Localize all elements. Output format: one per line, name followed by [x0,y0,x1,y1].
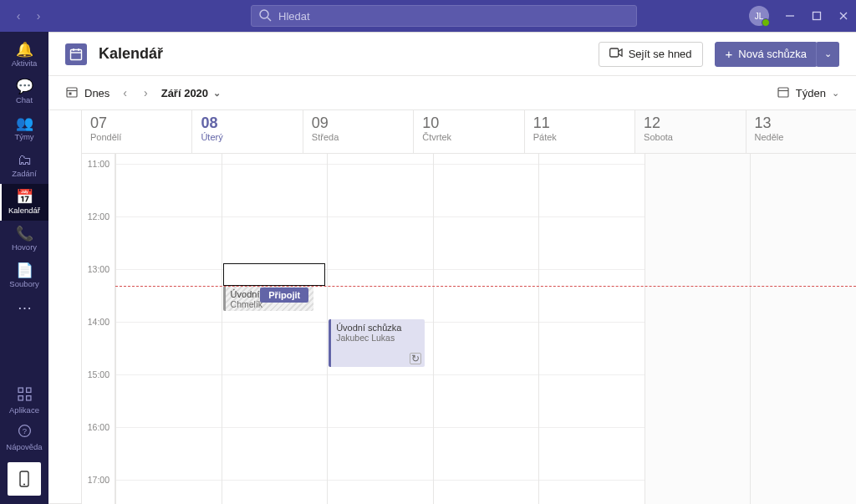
search-icon [258,8,272,24]
days-container: Úvodní ChmelíkPřipojitÚvodní schůzka Jak… [115,154,856,504]
window-maximize-icon[interactable] [811,10,823,22]
event-organizer: Jakubec Lukas [336,333,420,343]
bell-icon: 🔔 [16,43,33,57]
day-column[interactable] [433,154,539,504]
rail-label: Aplikace [9,405,39,415]
svg-point-0 [260,10,268,18]
day-name: Sobota [644,132,736,142]
next-week-button[interactable]: › [142,86,150,99]
new-meeting-button[interactable]: + Nová schůzka [715,42,818,67]
avatar[interactable]: JL [749,6,769,26]
day-header[interactable]: 10 Čtvrtek [413,110,523,153]
help-icon: ? [18,424,32,440]
window-close-icon[interactable] [838,10,849,22]
day-number: 11 [533,115,626,132]
day-number: 07 [90,115,183,132]
view-switcher[interactable]: Týden ⌄ [777,85,839,101]
svg-rect-14 [71,49,82,59]
rail-item-apps[interactable]: Aplikace [0,382,48,419]
day-column[interactable]: Úvodní schůzka Jakubec Lukas↻ [327,154,433,504]
teams-icon: 👥 [16,116,33,130]
rail-item-assignments[interactable]: 🗂 Zadání [0,147,48,184]
day-header[interactable]: 12 Sobota [634,110,745,153]
rail-label: Zadání [12,169,37,178]
today-label: Dnes [84,87,110,99]
rail-item-teams[interactable]: 👥 Týmy [0,110,48,147]
rail-label: Týmy [14,132,33,141]
svg-rect-6 [18,388,23,392]
new-meeting-dropdown[interactable]: ⌄ [816,42,839,67]
day-column[interactable]: Úvodní ChmelíkPřipojit [222,154,328,504]
rail-item-chat[interactable]: 💬 Chat [0,74,48,110]
time-gutter: 11:0012:0013:0014:0015:0016:0017:00 [82,154,115,504]
day-column[interactable] [645,154,751,504]
day-name: Pátek [533,132,626,142]
rail-item-help[interactable]: ? Nápověda [0,419,48,456]
day-column[interactable] [538,154,645,504]
history-forward-icon[interactable]: › [32,9,45,23]
time-label: 13:00 [88,264,110,274]
camera-icon [609,48,623,60]
rail-label: Kalendář [8,206,40,215]
rail-item-calls[interactable]: 📞 Hovory [0,221,48,257]
rail-more[interactable]: ⋯ [18,294,32,321]
assignments-icon: 🗂 [18,153,32,167]
day-number: 08 [201,115,293,132]
svg-rect-3 [813,13,821,20]
page-title: Kalendář [99,45,163,63]
day-number: 12 [644,115,736,132]
files-icon: 📄 [16,263,33,277]
plus-icon: + [726,48,733,60]
today-button[interactable]: Dnes [65,85,110,101]
day-column[interactable] [115,154,222,504]
day-name: Středa [312,132,405,142]
day-header[interactable]: 09 Středa [303,110,413,153]
event-title: Úvodní schůzka [336,323,420,333]
meet-now-button[interactable]: Sejít se hned [599,42,703,67]
chevron-down-icon: ⌄ [824,48,832,59]
time-label: 14:00 [88,317,110,327]
rail-item-calendar[interactable]: 📅 Kalendář [0,184,48,221]
day-number: 09 [312,115,405,132]
page-header: Kalendář Sejít se hned + Nová schůzka ⌄ [48,33,856,76]
phone-icon: 📞 [16,227,33,241]
month-picker[interactable]: Září 2020 ⌄ [161,87,221,99]
apps-icon [18,387,32,404]
new-event-placeholder[interactable] [223,263,326,286]
calendar-body[interactable]: 11:0012:0013:0014:0015:0016:0017:00 Úvod… [82,154,856,504]
prev-week-button[interactable]: ‹ [121,86,129,99]
calendar-event[interactable]: Úvodní schůzka Jakubec Lukas↻ [329,319,425,367]
time-label: 12:00 [88,211,110,221]
join-button[interactable]: Připojit [260,288,308,303]
svg-text:?: ? [22,425,26,435]
svg-rect-18 [609,48,618,57]
day-number: 10 [422,115,515,132]
rail-item-files[interactable]: 📄 Soubory [0,257,48,294]
day-number: 13 [755,115,848,132]
rail-item-activity[interactable]: 🔔 Aktivita [0,37,48,74]
search-placeholder: Hledat [278,10,310,23]
search-input[interactable]: Hledat [251,5,637,27]
time-label: 15:00 [88,369,110,379]
svg-rect-8 [18,395,23,400]
svg-rect-21 [69,92,72,94]
svg-rect-22 [778,88,788,97]
meet-now-label: Sejít se hned [629,48,692,60]
history-back-icon[interactable]: ‹ [12,9,25,23]
day-header[interactable]: 13 Neděle [746,110,856,153]
day-header[interactable]: 07 Pondělí [82,110,191,153]
time-label: 16:00 [88,422,110,432]
svg-rect-9 [26,395,30,400]
recurring-icon: ↻ [410,353,421,364]
day-header[interactable]: 08 Úterý [191,110,302,153]
svg-rect-19 [67,88,77,97]
rail-mobile-button[interactable] [8,462,41,496]
day-header[interactable]: 11 Pátek [524,110,634,153]
window-minimize-icon[interactable] [784,10,796,22]
view-label: Týden [796,87,826,99]
day-column[interactable] [750,154,856,504]
rail-label: Chat [16,95,33,104]
day-name: Pondělí [90,132,183,142]
day-name: Úterý [201,132,293,142]
now-indicator [115,286,856,287]
